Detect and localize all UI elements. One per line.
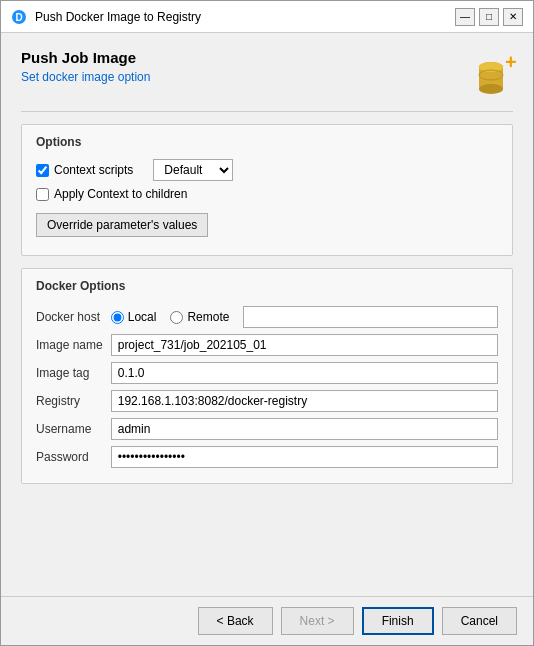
database-plus-icon: +	[469, 53, 509, 93]
page-subtitle: Set docker image option	[21, 70, 150, 84]
image-tag-label: Image tag	[36, 359, 111, 387]
bottom-bar: < Back Next > Finish Cancel	[1, 596, 533, 645]
registry-row: Registry	[36, 387, 498, 415]
registry-label: Registry	[36, 387, 111, 415]
password-label: Password	[36, 443, 111, 471]
window-icon: D	[11, 9, 27, 25]
registry-input[interactable]	[111, 390, 498, 412]
context-scripts-label[interactable]: Context scripts	[36, 163, 133, 177]
context-scripts-row: Context scripts Default	[36, 159, 498, 181]
main-window: D Push Docker Image to Registry — □ ✕ Pu…	[0, 0, 534, 646]
image-name-label: Image name	[36, 331, 111, 359]
next-button[interactable]: Next >	[281, 607, 354, 635]
username-input[interactable]	[111, 418, 498, 440]
remote-radio[interactable]	[170, 311, 183, 324]
maximize-button[interactable]: □	[479, 8, 499, 26]
title-bar: D Push Docker Image to Registry — □ ✕	[1, 1, 533, 33]
remote-host-input[interactable]	[243, 306, 498, 328]
content-area: Push Job Image Set docker image option	[1, 33, 533, 596]
db-svg: +	[469, 53, 517, 101]
minimize-button[interactable]: —	[455, 8, 475, 26]
page-title: Push Job Image	[21, 49, 150, 66]
header-divider	[21, 111, 513, 112]
image-name-row: Image name	[36, 331, 498, 359]
docker-host-label: Docker host	[36, 303, 111, 331]
override-btn-row: Override parameter's values	[36, 207, 498, 237]
docker-section: Docker Options Docker host Local Remote	[21, 268, 513, 484]
username-row: Username	[36, 415, 498, 443]
apply-context-label[interactable]: Apply Context to children	[36, 187, 187, 201]
local-radio[interactable]	[111, 311, 124, 324]
back-button[interactable]: < Back	[198, 607, 273, 635]
image-tag-row: Image tag	[36, 359, 498, 387]
options-section: Options Context scripts Default Apply Co…	[21, 124, 513, 256]
subtitle-text: Set docker	[21, 70, 82, 84]
override-parameters-button[interactable]: Override parameter's values	[36, 213, 208, 237]
header-icon-area: +	[465, 49, 513, 97]
docker-host-radio-group: Local Remote	[111, 306, 498, 328]
password-row: Password	[36, 443, 498, 471]
header-section: Push Job Image Set docker image option	[21, 49, 513, 97]
local-radio-label[interactable]: Local	[111, 310, 157, 324]
window-title: Push Docker Image to Registry	[35, 10, 455, 24]
header-text: Push Job Image Set docker image option	[21, 49, 150, 84]
spacer	[21, 496, 513, 586]
context-scripts-checkbox[interactable]	[36, 164, 49, 177]
image-name-input[interactable]	[111, 334, 498, 356]
remote-label: Remote	[187, 310, 229, 324]
username-label: Username	[36, 415, 111, 443]
local-label: Local	[128, 310, 157, 324]
svg-text:+: +	[505, 53, 517, 73]
subtitle-link[interactable]: image option	[82, 70, 151, 84]
apply-context-checkbox[interactable]	[36, 188, 49, 201]
apply-context-row: Apply Context to children	[36, 187, 498, 201]
image-tag-input[interactable]	[111, 362, 498, 384]
docker-form: Docker host Local Remote	[36, 303, 498, 471]
context-scripts-dropdown[interactable]: Default	[153, 159, 233, 181]
cancel-button[interactable]: Cancel	[442, 607, 517, 635]
svg-text:D: D	[15, 12, 22, 23]
docker-host-row: Docker host Local Remote	[36, 303, 498, 331]
options-title: Options	[36, 135, 498, 149]
docker-title: Docker Options	[36, 279, 498, 293]
window-controls: — □ ✕	[455, 8, 523, 26]
finish-button[interactable]: Finish	[362, 607, 434, 635]
password-input[interactable]	[111, 446, 498, 468]
svg-point-4	[479, 84, 503, 94]
remote-radio-label[interactable]: Remote	[170, 310, 229, 324]
close-button[interactable]: ✕	[503, 8, 523, 26]
